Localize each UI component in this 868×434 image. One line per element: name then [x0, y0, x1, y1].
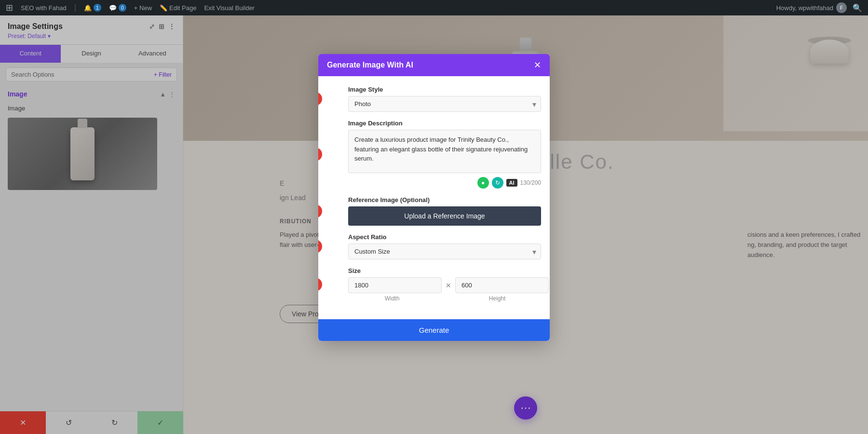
- modal-body: 1 Image Style Photo Illustration 3D Rend…: [318, 76, 550, 319]
- modal-close-button[interactable]: ✕: [534, 61, 541, 69]
- width-label: Width: [348, 295, 436, 302]
- site-name[interactable]: SEO with Fahad: [21, 4, 67, 12]
- ai-badge: AI: [506, 179, 517, 187]
- step-4-badge: 4: [318, 240, 322, 253]
- notifications-item[interactable]: 🔔 1: [84, 4, 101, 12]
- image-description-group: 2 Image Description Create a luxurious p…: [327, 120, 541, 189]
- wp-logo-icon[interactable]: ⊞: [6, 2, 13, 13]
- aspect-ratio-group: 4 Aspect Ratio Custom Size 1:1 Square 16…: [327, 233, 541, 259]
- green-icon[interactable]: ●: [477, 177, 489, 189]
- image-style-select-wrapper: Photo Illustration 3D Render Sketch: [348, 96, 541, 112]
- size-row: ✕: [348, 277, 541, 293]
- size-label: Size: [348, 267, 541, 274]
- size-group: 5 Size ✕ Width Height: [327, 267, 541, 302]
- description-label: Image Description: [348, 120, 541, 127]
- edit-page-button[interactable]: ✏️ Edit Page: [160, 4, 196, 12]
- step-1-badge: 1: [318, 92, 322, 106]
- image-style-select[interactable]: Photo Illustration 3D Render Sketch: [348, 96, 541, 112]
- size-labels: Width Height: [348, 295, 541, 302]
- exit-builder-button[interactable]: Exit Visual Builder: [204, 4, 255, 12]
- teal-icon[interactable]: ↻: [492, 177, 503, 189]
- new-button[interactable]: + New: [134, 4, 152, 12]
- width-input[interactable]: [348, 277, 442, 293]
- modal-overlay: Generate Image With AI ✕ 1 Image Style P…: [0, 15, 868, 434]
- admin-bar-right: Howdy, wpwithfahad F 🔍: [776, 2, 862, 13]
- description-textarea[interactable]: Create a luxurious product image for Tri…: [348, 130, 541, 173]
- avatar: F: [836, 2, 847, 13]
- height-input[interactable]: [455, 277, 549, 293]
- modal-header: Generate Image With AI ✕: [318, 54, 550, 76]
- reference-label: Reference Image (Optional): [348, 196, 541, 203]
- step-3-badge: 3: [318, 204, 322, 218]
- step-2-badge: 2: [318, 148, 322, 161]
- image-style-label: Image Style: [348, 86, 541, 93]
- char-count: 130/200: [520, 179, 541, 186]
- image-style-group: 1 Image Style Photo Illustration 3D Rend…: [327, 86, 541, 112]
- step-5-badge: 5: [318, 278, 322, 291]
- generate-button[interactable]: Generate: [318, 319, 550, 341]
- aspect-ratio-select[interactable]: Custom Size 1:1 Square 16:9 Landscape 9:…: [348, 244, 541, 259]
- reference-image-group: 3 Reference Image (Optional) Upload a Re…: [327, 196, 541, 226]
- ai-modal: Generate Image With AI ✕ 1 Image Style P…: [318, 54, 550, 341]
- height-label: Height: [453, 295, 541, 302]
- aspect-ratio-label: Aspect Ratio: [348, 233, 541, 241]
- search-icon[interactable]: 🔍: [853, 3, 862, 13]
- aspect-ratio-select-wrapper: Custom Size 1:1 Square 16:9 Landscape 9:…: [348, 244, 541, 259]
- comments-item[interactable]: 💬 0: [109, 4, 126, 12]
- size-x-separator: ✕: [446, 282, 451, 289]
- modal-title: Generate Image With AI: [327, 61, 413, 69]
- admin-bar: ⊞ SEO with Fahad | 🔔 1 💬 0 + New ✏️ Edit…: [0, 0, 868, 15]
- howdy-label: Howdy, wpwithfahad F: [776, 2, 847, 13]
- upload-reference-button[interactable]: Upload a Reference Image: [348, 206, 541, 226]
- textarea-footer: ● ↻ AI 130/200: [348, 177, 541, 189]
